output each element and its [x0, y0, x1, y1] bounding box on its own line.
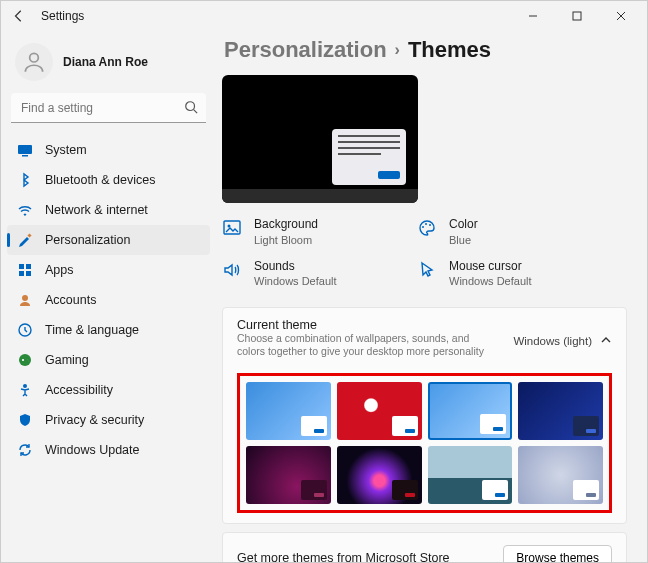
browse-themes-button[interactable]: Browse themes [503, 545, 612, 562]
sound-icon [222, 259, 244, 281]
theme-option-6[interactable] [337, 446, 422, 504]
sidebar-item-label: System [45, 143, 87, 157]
user-name: Diana Ann Roe [63, 55, 148, 69]
theme-option-7[interactable] [428, 446, 513, 504]
sidebar-item-gaming[interactable]: Gaming [7, 345, 210, 375]
theme-option-8[interactable] [518, 446, 603, 504]
theme-option-2[interactable] [337, 382, 422, 440]
palette-icon [417, 217, 439, 239]
search-input[interactable] [11, 93, 206, 123]
sidebar-item-personalization[interactable]: Personalization [7, 225, 210, 255]
svg-point-15 [23, 384, 27, 388]
svg-point-19 [425, 223, 427, 225]
current-theme-toggle[interactable]: Windows (light) [513, 334, 612, 348]
svg-rect-6 [22, 155, 28, 157]
prop-label: Color [449, 217, 478, 233]
svg-line-4 [194, 110, 198, 114]
svg-rect-11 [26, 271, 31, 276]
theme-option-3[interactable] [428, 382, 513, 440]
mouse-setting[interactable]: Mouse cursorWindows Default [417, 259, 602, 289]
theme-option-4[interactable] [518, 382, 603, 440]
current-theme-value: Windows (light) [513, 335, 592, 347]
shield-icon [17, 412, 33, 428]
cursor-icon [417, 259, 439, 281]
sidebar-item-label: Network & internet [45, 203, 148, 217]
sidebar-item-label: Personalization [45, 233, 130, 247]
svg-rect-5 [18, 145, 32, 154]
store-text: Get more themes from Microsoft Store [237, 551, 450, 562]
system-icon [17, 142, 33, 158]
wifi-icon [17, 202, 33, 218]
sidebar-item-privacy[interactable]: Privacy & security [7, 405, 210, 435]
search-icon [184, 100, 198, 118]
prop-label: Sounds [254, 259, 337, 275]
sidebar-item-accessibility[interactable]: Accessibility [7, 375, 210, 405]
theme-option-5[interactable] [246, 446, 331, 504]
breadcrumb-parent[interactable]: Personalization [224, 37, 387, 63]
window-title: Settings [41, 9, 84, 23]
color-setting[interactable]: ColorBlue [417, 217, 602, 247]
maximize-button[interactable] [555, 2, 599, 30]
sidebar-item-label: Accessibility [45, 383, 113, 397]
prop-value: Windows Default [449, 274, 532, 288]
card-subtitle: Choose a combination of wallpapers, soun… [237, 332, 497, 365]
accounts-icon [17, 292, 33, 308]
minimize-button[interactable] [511, 2, 555, 30]
svg-rect-7 [27, 233, 31, 237]
theme-preview [222, 75, 418, 203]
paint-icon [17, 232, 33, 248]
sidebar-item-network[interactable]: Network & internet [7, 195, 210, 225]
theme-grid [237, 373, 612, 513]
image-icon [222, 217, 244, 239]
update-icon [17, 442, 33, 458]
svg-rect-8 [19, 264, 24, 269]
page-title: Themes [408, 37, 491, 63]
svg-rect-10 [19, 271, 24, 276]
chevron-right-icon: › [395, 41, 400, 59]
svg-point-12 [22, 295, 28, 301]
apps-icon [17, 262, 33, 278]
user-profile[interactable]: Diana Ann Roe [7, 37, 210, 93]
clock-icon [17, 322, 33, 338]
sidebar-item-label: Privacy & security [45, 413, 144, 427]
prop-label: Mouse cursor [449, 259, 532, 275]
sidebar-item-label: Accounts [45, 293, 96, 307]
sounds-setting[interactable]: SoundsWindows Default [222, 259, 407, 289]
svg-rect-1 [573, 12, 581, 20]
sidebar-item-label: Time & language [45, 323, 139, 337]
breadcrumb: Personalization › Themes [224, 37, 627, 63]
sidebar-item-system[interactable]: System [7, 135, 210, 165]
sidebar-item-label: Bluetooth & devices [45, 173, 156, 187]
svg-point-2 [30, 53, 39, 62]
sidebar-item-bluetooth[interactable]: Bluetooth & devices [7, 165, 210, 195]
accessibility-icon [17, 382, 33, 398]
card-title: Current theme [237, 318, 497, 332]
sidebar-item-label: Windows Update [45, 443, 140, 457]
gaming-icon [17, 352, 33, 368]
prop-value: Blue [449, 233, 478, 247]
sidebar-item-label: Gaming [45, 353, 89, 367]
sidebar-item-time[interactable]: Time & language [7, 315, 210, 345]
sidebar-item-apps[interactable]: Apps [7, 255, 210, 285]
sidebar-item-update[interactable]: Windows Update [7, 435, 210, 465]
sidebar-item-label: Apps [45, 263, 74, 277]
prop-label: Background [254, 217, 318, 233]
theme-option-1[interactable] [246, 382, 331, 440]
svg-point-14 [19, 354, 31, 366]
current-theme-card: Current theme Choose a combination of wa… [222, 307, 627, 524]
preview-window [332, 129, 406, 185]
close-button[interactable] [599, 2, 643, 30]
prop-value: Light Bloom [254, 233, 318, 247]
sidebar-item-accounts[interactable]: Accounts [7, 285, 210, 315]
background-setting[interactable]: BackgroundLight Bloom [222, 217, 407, 247]
svg-point-17 [228, 225, 231, 228]
bluetooth-icon [17, 172, 33, 188]
back-button[interactable] [11, 8, 27, 24]
svg-point-3 [186, 102, 195, 111]
svg-rect-9 [26, 264, 31, 269]
chevron-up-icon [600, 334, 612, 348]
avatar-icon [15, 43, 53, 81]
svg-point-20 [429, 224, 431, 226]
prop-value: Windows Default [254, 274, 337, 288]
svg-point-18 [422, 226, 424, 228]
